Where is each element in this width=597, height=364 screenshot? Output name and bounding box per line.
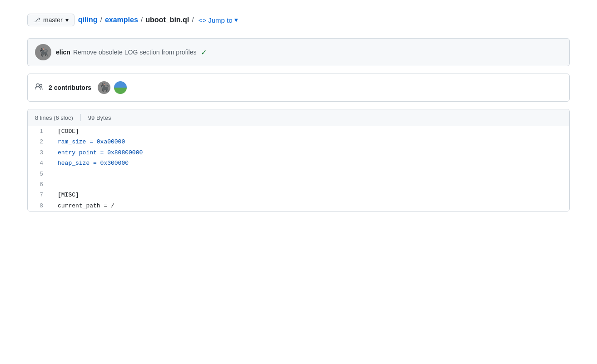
line-number: 3 bbox=[28, 148, 50, 158]
contributors-panel: 2 contributors 🐈‍⬛ bbox=[27, 74, 570, 102]
code-icon: <> bbox=[199, 16, 207, 24]
breadcrumb-folder-link[interactable]: examples bbox=[105, 16, 138, 24]
ci-status-icon: ✓ bbox=[201, 48, 207, 57]
contributor-avatars: 🐈‍⬛ bbox=[97, 80, 128, 95]
avatar-icon: 🐈‍⬛ bbox=[38, 47, 48, 57]
commit-info: elicn Remove obsolete LOG section from p… bbox=[56, 48, 207, 57]
breadcrumb-sep1: / bbox=[100, 16, 102, 24]
commit-panel: 🐈‍⬛ elicn Remove obsolete LOG section fr… bbox=[27, 38, 570, 66]
line-number: 5 bbox=[28, 169, 50, 179]
line-number: 8 bbox=[28, 201, 50, 211]
line-number: 2 bbox=[28, 137, 50, 147]
breadcrumb-sep3: / bbox=[192, 16, 194, 24]
breadcrumb: qiling / examples / uboot_bin.ql / <> Ju… bbox=[78, 16, 238, 24]
line-content: heap_size = 0x300000 bbox=[50, 158, 569, 168]
contributor-1-icon: 🐈‍⬛ bbox=[99, 83, 109, 93]
breadcrumb-sep2: / bbox=[141, 16, 143, 24]
commit-author[interactable]: elicn bbox=[56, 49, 70, 56]
file-header: 8 lines (6 sloc) 99 Bytes bbox=[28, 109, 569, 126]
line-content: ram_size = 0xa00000 bbox=[50, 137, 569, 147]
jump-to-label: Jump to bbox=[208, 16, 232, 24]
line-content: [CODE] bbox=[50, 126, 569, 137]
line-number: 7 bbox=[28, 190, 50, 200]
line-content: current_path = / bbox=[50, 201, 569, 211]
author-avatar[interactable]: 🐈‍⬛ bbox=[35, 44, 51, 60]
table-row: 2ram_size = 0xa00000 bbox=[28, 137, 569, 147]
branch-chevron-icon: ▾ bbox=[65, 16, 69, 24]
table-row: 5 bbox=[28, 169, 569, 179]
contributor-avatar-1[interactable]: 🐈‍⬛ bbox=[97, 80, 111, 95]
git-branch-icon: ⎇ bbox=[33, 16, 40, 24]
table-row: 8current_path = / bbox=[28, 201, 569, 211]
line-number: 1 bbox=[28, 126, 50, 137]
commit-message: Remove obsolete LOG section from profile… bbox=[73, 49, 197, 56]
file-size-info: 99 Bytes bbox=[88, 114, 111, 121]
table-row: 3entry_point = 0x80800000 bbox=[28, 148, 569, 158]
branch-selector[interactable]: ⎇ master ▾ bbox=[27, 14, 75, 26]
line-number: 4 bbox=[28, 158, 50, 168]
table-row: 7[MISC] bbox=[28, 190, 569, 200]
line-content: [MISC] bbox=[50, 190, 569, 200]
code-container: 1[CODE]2ram_size = 0xa000003entry_point … bbox=[28, 126, 569, 211]
code-table: 1[CODE]2ram_size = 0xa000003entry_point … bbox=[28, 126, 569, 211]
breadcrumb-filename: uboot_bin.ql bbox=[145, 16, 189, 24]
breadcrumb-repo-link[interactable]: qiling bbox=[78, 16, 98, 24]
file-lines-info: 8 lines (6 sloc) bbox=[35, 114, 73, 121]
contributors-count: 2 contributors bbox=[49, 84, 91, 91]
line-content: entry_point = 0x80800000 bbox=[50, 148, 569, 158]
svg-point-1 bbox=[40, 84, 42, 87]
table-row: 6 bbox=[28, 179, 569, 190]
contributor-avatar-2[interactable] bbox=[113, 80, 128, 95]
contributors-icon bbox=[35, 83, 43, 92]
line-content bbox=[50, 169, 569, 179]
file-viewer: 8 lines (6 sloc) 99 Bytes 1[CODE]2ram_si… bbox=[27, 109, 570, 212]
table-row: 4heap_size = 0x300000 bbox=[28, 158, 569, 168]
table-row: 1[CODE] bbox=[28, 126, 569, 137]
branch-name: master bbox=[43, 16, 63, 24]
line-number: 6 bbox=[28, 179, 50, 190]
top-bar: ⎇ master ▾ qiling / examples / uboot_bin… bbox=[27, 9, 570, 31]
line-content bbox=[50, 179, 569, 190]
jump-to-button[interactable]: <> Jump to ▾ bbox=[199, 16, 238, 24]
jump-to-chevron-icon: ▾ bbox=[234, 16, 238, 24]
header-divider bbox=[80, 114, 81, 121]
